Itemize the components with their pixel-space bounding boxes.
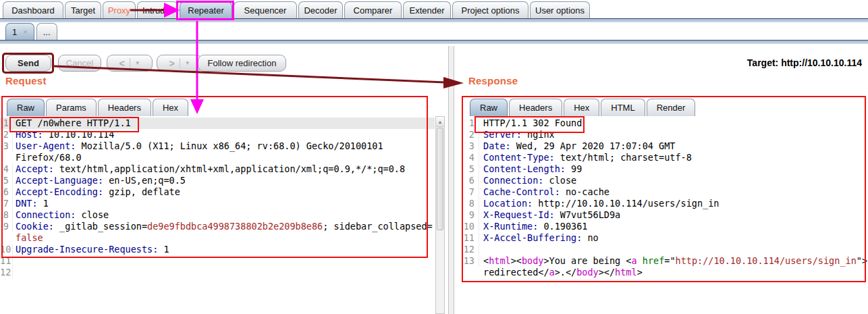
resp-tab-raw[interactable]: Raw [470, 99, 508, 116]
code-segment [637, 255, 643, 266]
tab-intruder[interactable]: Intruder [137, 1, 178, 18]
req-tab-raw[interactable]: Raw [7, 99, 45, 116]
line-number: 2 [459, 129, 479, 140]
line-content: X-Accel-Buffering: no [483, 232, 599, 244]
session-tab-1[interactable]: 1 × [5, 23, 34, 40]
code-segment: 0.190361 [538, 221, 587, 232]
cancel-button[interactable]: Cancel [58, 55, 101, 72]
editor-line: false [0, 232, 435, 244]
panel-divider[interactable] [448, 46, 454, 314]
editor-line: 6Connection: close [459, 175, 868, 186]
code-segment: no-cache [560, 186, 609, 197]
line-content: Cookie: _gitlab_session=de9e9fbdbca49987… [16, 221, 433, 232]
line-content: Server: nginx [483, 129, 555, 140]
code-segment: close [76, 209, 109, 220]
resp-tab-html[interactable]: HTML [601, 99, 645, 116]
code-segment: body [576, 267, 599, 278]
code-segment: redirected</ [483, 267, 549, 278]
line-number: 1 [0, 117, 13, 129]
req-tab-headers[interactable]: Headers [98, 99, 151, 116]
follow-redirection-label: Follow redirection [208, 58, 277, 68]
line-number: 8 [0, 209, 13, 221]
line-content: X-Runtime: 0.190361 [483, 221, 587, 232]
top-tab-bar: DashboardTargetProxyIntruderRepeaterSequ… [3, 1, 590, 18]
code-segment: Connection: [16, 209, 76, 220]
tab-proxy[interactable]: Proxy [103, 1, 136, 18]
send-button[interactable]: Send [5, 55, 51, 72]
prev-request-button[interactable]: < ▼ [107, 55, 153, 72]
session-tab-1-label: 1 [12, 27, 17, 37]
chevron-down-icon[interactable]: ▼ [185, 60, 190, 66]
follow-redirection-button[interactable]: Follow redirection [198, 55, 286, 72]
tab-target[interactable]: Target [65, 1, 101, 18]
tab-sequencer[interactable]: Sequencer [234, 1, 297, 18]
code-segment: Cache-Control: [483, 186, 560, 197]
editor-line: 5Content-Length: 99 [459, 163, 868, 175]
editor-line: Firefox/68.0 [0, 152, 435, 163]
line-number: 7 [0, 198, 13, 209]
code-segment: User-Agent: [16, 140, 76, 151]
code-segment: >< [511, 255, 522, 266]
request-view-tabs: RawParamsHeadersHex [7, 99, 188, 116]
code-segment: no [582, 232, 598, 243]
code-segment: Upgrade-Insecure-Requests: [16, 244, 158, 255]
editor-line: 12 [459, 244, 868, 255]
tab-comparer[interactable]: Comparer [344, 1, 402, 18]
line-content: User-Agent: Mozilla/5.0 (X11; Linux x86_… [16, 140, 383, 152]
code-segment: 1 [38, 198, 49, 209]
code-segment: a [631, 255, 636, 266]
editor-line: 10X-Runtime: 0.190361 [459, 221, 868, 232]
code-segment: Firefox/68.0 [16, 152, 82, 163]
line-content: DNT: 1 [16, 198, 49, 209]
tab-dashboard[interactable]: Dashboard [3, 1, 63, 18]
scrollbar-thumb[interactable] [437, 128, 443, 230]
line-number: 10 [0, 244, 13, 255]
line-number: 8 [459, 198, 479, 209]
scroll-up-icon[interactable]: ▲ [436, 117, 444, 127]
resp-tab-hex[interactable]: Hex [564, 99, 599, 116]
tab-user-options[interactable]: User options [530, 1, 590, 18]
tab-project-options[interactable]: Project options [452, 1, 528, 18]
req-tab-hex[interactable]: Hex [153, 99, 188, 116]
req-tab-params[interactable]: Params [46, 99, 97, 116]
line-number: 9 [0, 221, 13, 232]
editor-line: 8Connection: close [0, 209, 435, 221]
tab-extender[interactable]: Extender [403, 1, 451, 18]
chevron-down-icon[interactable]: ▼ [135, 60, 140, 66]
line-number: 5 [459, 163, 479, 175]
tab-decoder[interactable]: Decoder [298, 1, 343, 18]
code-segment: X-Accel-Buffering: [483, 232, 582, 243]
code-segment: nginx [522, 129, 555, 140]
code-segment: GET /n0where HTTP/1.1 [16, 117, 131, 128]
send-button-label: Send [18, 58, 39, 68]
code-segment: Content-Length: [483, 163, 566, 174]
request-panel-title: Request [5, 75, 47, 86]
next-request-button[interactable]: > ▼ [157, 55, 202, 72]
line-number: 3 [0, 140, 13, 152]
code-segment: 99 [566, 163, 582, 174]
resp-tab-headers[interactable]: Headers [509, 99, 562, 116]
next-arrow-icon: > [169, 58, 174, 69]
session-bar-divider [0, 40, 868, 44]
response-editor[interactable]: 1HTTP/1.1 302 Found2Server: nginx3Date: … [459, 117, 868, 278]
request-scrollbar[interactable]: ▲ [435, 116, 445, 314]
code-segment: Host: [16, 129, 43, 140]
session-tab-more[interactable]: ... [36, 23, 57, 40]
code-segment: html [489, 255, 511, 266]
code-segment: DNT: [16, 198, 38, 209]
line-number: 6 [0, 186, 13, 198]
target-url-label: Target: http://10.10.10.114 [747, 57, 862, 68]
code-segment: "> [857, 255, 867, 266]
resp-tab-render[interactable]: Render [647, 99, 696, 116]
line-number: 6 [459, 175, 479, 186]
code-segment: W7vut56LD9a [555, 209, 621, 220]
tab-repeater[interactable]: Repeater [180, 1, 232, 18]
code-segment: a [549, 267, 555, 278]
close-icon[interactable]: × [23, 28, 27, 36]
line-content: Date: Wed, 29 Apr 2020 17:07:04 GMT [483, 140, 675, 152]
editor-line: 12 [0, 267, 435, 278]
request-editor[interactable]: 1GET /n0where HTTP/1.12Host: 10.10.10.11… [0, 117, 435, 278]
line-number: 2 [0, 129, 13, 140]
code-segment: gzip, deflate [103, 186, 180, 197]
tab-bar-divider [0, 18, 868, 22]
